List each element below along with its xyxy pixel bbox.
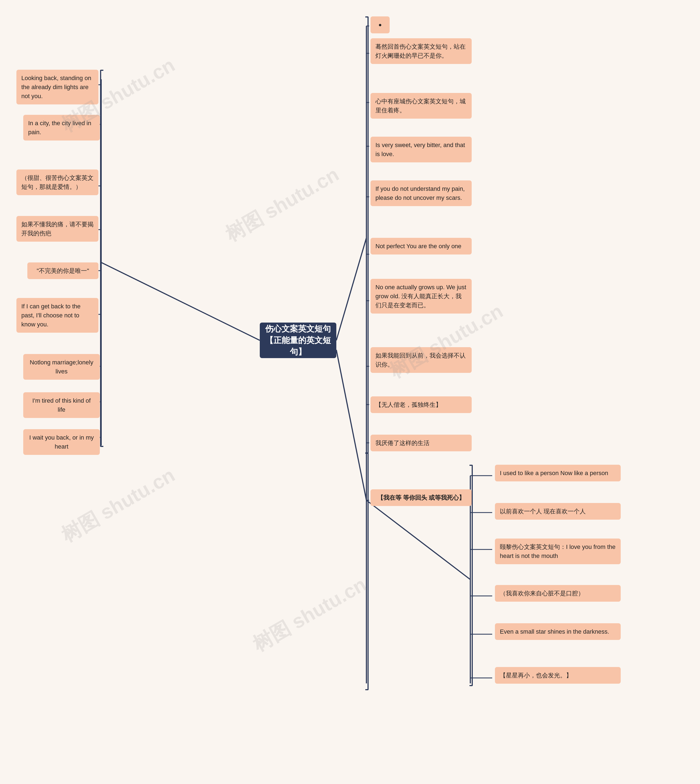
node-rt0: • bbox=[370, 17, 390, 33]
node-l7: Notlong marriage;lonely lives bbox=[23, 354, 100, 380]
node-l8: I'm tired of this kind of life bbox=[23, 392, 100, 418]
node-rb3: 颐黎伤心文案英文短句：I love you from the heart is … bbox=[495, 539, 621, 564]
watermark-2: 树图 shutu.cn bbox=[221, 161, 344, 247]
svg-line-13 bbox=[336, 238, 367, 340]
node-rb4: （我喜欢你来自心脏不是口腔） bbox=[495, 585, 621, 602]
right-bracket-bottom bbox=[365, 453, 368, 690]
node-rt1: 蓦然回首伤心文案英文短句，站在灯火阑珊处的早已不是你。 bbox=[370, 38, 472, 64]
node-rb-center: 【我在等 等你回头 或等我死心】 bbox=[370, 489, 472, 506]
node-rb5: Even a small star shines in the darkness… bbox=[495, 623, 621, 640]
node-rt7: 如果我能回到从前，我会选择不认识你。 bbox=[370, 347, 472, 373]
left-bracket bbox=[100, 70, 103, 447]
node-rt5: Not perfect You are the only one bbox=[370, 238, 472, 255]
node-rb2: 以前喜欢一个人 现在喜欢一个人 bbox=[495, 503, 621, 520]
mind-map: 树图 shutu.cn 树图 shutu.cn 树图 shutu.cn 树图 s… bbox=[0, 0, 700, 784]
node-rt6: No one actually grows up. We just grow o… bbox=[370, 279, 472, 313]
node-rb6: 【星星再小，也会发光。】 bbox=[495, 667, 621, 684]
node-l5: "不完美的你是唯一" bbox=[27, 263, 98, 279]
svg-line-25 bbox=[336, 350, 367, 500]
right-bracket-top bbox=[365, 17, 368, 454]
node-rt2: 心中有座城伤心文案英文短句，城里住着疼。 bbox=[370, 93, 472, 119]
center-node: 伤心文案英文短句【正能量的英文短句】 bbox=[260, 323, 336, 358]
node-l6: If I can get back to the past, I'll choo… bbox=[17, 298, 98, 333]
node-rt8: 【无人偕老，孤独终生】 bbox=[370, 396, 472, 413]
node-l2: In a city, the city lived in pain. bbox=[23, 115, 100, 140]
svg-line-27 bbox=[367, 500, 470, 579]
connectors bbox=[0, 0, 700, 784]
node-l9: I wait you back, or in my heart bbox=[23, 429, 100, 455]
watermark-5: 树图 shutu.cn bbox=[248, 571, 371, 657]
node-rb1: I used to like a person Now like a perso… bbox=[495, 465, 621, 481]
node-l3: （很甜、很苦伤心文案英文短句，那就是爱情。） bbox=[17, 170, 98, 195]
node-rt3: Is very sweet, very bitter, and that is … bbox=[370, 136, 472, 162]
watermark-4: 树图 shutu.cn bbox=[57, 462, 180, 548]
node-rt9: 我厌倦了这样的生活 bbox=[370, 434, 472, 451]
node-rt4: If you do not understand my pain, please… bbox=[370, 180, 472, 206]
node-l4: 如果不懂我的痛，请不要揭开我的伤疤 bbox=[17, 216, 98, 241]
svg-line-1 bbox=[101, 263, 260, 340]
node-l1: Looking back, standing on the already di… bbox=[17, 70, 98, 105]
